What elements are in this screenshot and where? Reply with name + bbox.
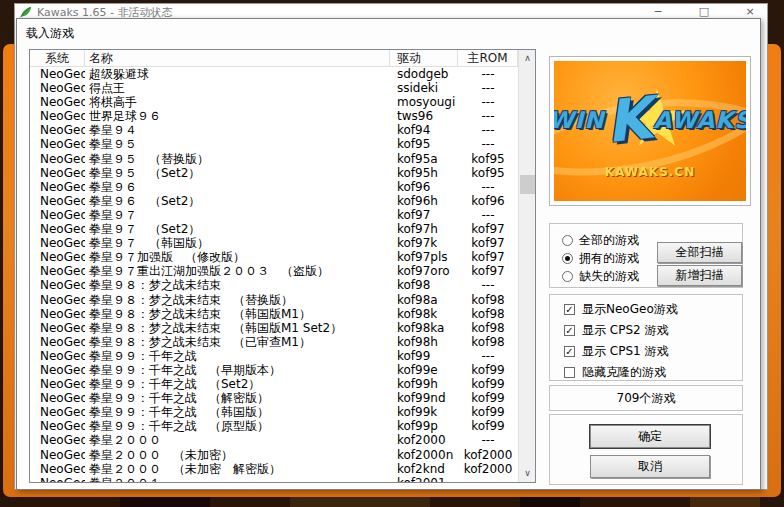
cell-system: NeoGeo — [30, 476, 85, 482]
wallpaper-patch — [520, 497, 580, 507]
game-row[interactable]: NeoGeo 拳皇２０００ （未加密） kof2000n kof2000 — [30, 448, 518, 462]
game-row[interactable]: NeoGeo 超级躲避球 sdodgeb --- — [30, 67, 518, 81]
game-row[interactable]: NeoGeo 拳皇９５ （Set2） kof95h kof95 — [30, 166, 518, 180]
game-row[interactable]: NeoGeo 拳皇９５ kof95 --- — [30, 137, 518, 151]
column-header-system[interactable]: 系统 — [30, 50, 85, 66]
game-row[interactable]: NeoGeo 拳皇２００１ kof2001 --- — [30, 476, 518, 482]
cell-system: NeoGeo — [30, 462, 85, 476]
display-checkbox[interactable]: 隐藏克隆的游戏 — [564, 365, 666, 379]
cell-system: NeoGeo — [30, 419, 85, 433]
game-row[interactable]: NeoGeo 拳皇９９：千年之战 （原型版） kof99p kof99 — [30, 419, 518, 433]
game-row[interactable]: NeoGeo 拳皇９７ （Set2） kof97h kof97 — [30, 222, 518, 236]
game-row[interactable]: NeoGeo 拳皇９８：梦之战未结束 （替换版） kof98a kof98 — [30, 293, 518, 307]
game-row[interactable]: NeoGeo 拳皇９９：千年之战 kof99 --- — [30, 349, 518, 363]
radio-icon[interactable] — [562, 253, 573, 264]
logo-site-url: KAWAKS.CN — [554, 165, 746, 179]
checkbox-icon[interactable]: ✓ — [564, 346, 575, 357]
cell-mainrom: kof98 — [458, 335, 518, 349]
radio-icon[interactable] — [562, 235, 573, 246]
game-row[interactable]: NeoGeo 世界足球９６ tws96 --- — [30, 109, 518, 123]
cancel-button[interactable]: 取消 — [590, 455, 710, 478]
cell-system: NeoGeo — [30, 391, 85, 405]
radio-label: 拥有的游戏 — [579, 250, 639, 267]
game-row[interactable]: NeoGeo 拳皇９７重出江湖加强版２００３ （盗版） kof97oro kof… — [30, 264, 518, 278]
game-row[interactable]: NeoGeo 拳皇９９：千年之战 （解密版） kof99nd kof99 — [30, 391, 518, 405]
cell-driver: kof96 — [390, 180, 458, 194]
game-row[interactable]: NeoGeo 拳皇９８：梦之战未结束 （韩国版M1 Set2） kof98ka … — [30, 321, 518, 335]
display-checkbox[interactable]: ✓ 显示 CPS2 游戏 — [564, 323, 669, 337]
cell-mainrom: kof97 — [458, 250, 518, 264]
checkbox-icon[interactable]: ✓ — [564, 304, 575, 315]
game-row[interactable]: NeoGeo 将棋高手 mosyougi --- — [30, 95, 518, 109]
filter-radio[interactable]: 缺失的游戏 — [562, 269, 639, 283]
game-row[interactable]: NeoGeo 拳皇９４ kof94 --- — [30, 123, 518, 137]
filter-radio[interactable]: 拥有的游戏 — [562, 251, 639, 265]
cell-name: 得点王 — [85, 81, 390, 95]
game-row[interactable]: NeoGeo 拳皇９９：千年之战 （韩国版） kof99k kof99 — [30, 405, 518, 419]
cell-system: NeoGeo — [30, 180, 85, 194]
wallpaper-patch — [120, 497, 210, 507]
checkbox-icon[interactable]: ✓ — [564, 325, 575, 336]
scroll-down-icon[interactable]: ∨ — [519, 465, 536, 482]
dialog-title: 载入游戏 — [26, 25, 74, 42]
game-row[interactable]: NeoGeo 拳皇９７ kof97 --- — [30, 208, 518, 222]
wallpaper-wood-strip — [0, 497, 784, 507]
maximize-icon[interactable]: □ — [695, 5, 713, 19]
minimize-icon[interactable]: ─ — [649, 5, 667, 19]
logo-word-win: WIN — [554, 107, 604, 133]
game-row[interactable]: NeoGeo 拳皇９７加强版 （修改版） kof97pls kof97 — [30, 250, 518, 264]
game-row[interactable]: NeoGeo 拳皇９５ （替换版） kof95a kof95 — [30, 152, 518, 166]
column-header-driver[interactable]: 驱动 — [390, 50, 458, 66]
game-row[interactable]: NeoGeo 得点王 ssideki --- — [30, 81, 518, 95]
cell-name: 拳皇２０００ （未加密 解密版） — [85, 462, 390, 476]
ok-button[interactable]: 确定 — [590, 425, 710, 448]
cell-mainrom: --- — [458, 137, 518, 151]
checkbox-label: 隐藏克隆的游戏 — [582, 364, 666, 381]
cell-driver: kof2000n — [390, 448, 458, 462]
winkawaks-logo: WIN K AWAKS KAWAKS.CN — [554, 61, 746, 201]
cell-driver: kof96h — [390, 194, 458, 208]
game-row[interactable]: NeoGeo 拳皇９８：梦之战未结束 kof98 --- — [30, 278, 518, 292]
game-row[interactable]: NeoGeo 拳皇９８：梦之战未结束 （韩国版M1） kof98k kof98 — [30, 307, 518, 321]
cell-mainrom: --- — [458, 278, 518, 292]
cell-name: 拳皇９４ — [85, 123, 390, 137]
scan-all-button[interactable]: 全部扫描 — [657, 242, 742, 263]
game-filter-radiogroup: 全部扫描 新增扫描 全部的游戏 拥有的游戏 缺失的游戏 — [549, 223, 743, 288]
cell-system: NeoGeo — [30, 194, 85, 208]
cell-name: 拳皇９９：千年之战 — [85, 349, 390, 363]
cell-system: NeoGeo — [30, 405, 85, 419]
scan-new-button[interactable]: 新增扫描 — [657, 265, 742, 286]
cell-system: NeoGeo — [30, 236, 85, 250]
column-header-name[interactable]: 名称 — [85, 50, 390, 66]
scrollbar-thumb[interactable] — [520, 175, 535, 194]
display-checkbox[interactable]: ✓ 显示 CPS1 游戏 — [564, 344, 669, 358]
cell-mainrom: kof96 — [458, 194, 518, 208]
cell-driver: kof2000 — [390, 433, 458, 447]
game-row[interactable]: NeoGeo 拳皇２０００ kof2000 --- — [30, 433, 518, 447]
game-row[interactable]: NeoGeo 拳皇２０００ （未加密 解密版） kof2knd kof2000 — [30, 462, 518, 476]
cell-name: 拳皇２００１ — [85, 476, 390, 482]
filter-radio[interactable]: 全部的游戏 — [562, 233, 639, 247]
cell-system: NeoGeo — [30, 250, 85, 264]
checkbox-icon[interactable] — [564, 367, 575, 378]
cell-name: 拳皇９７加强版 （修改版） — [85, 250, 390, 264]
display-checkbox[interactable]: ✓ 显示NeoGeo游戏 — [564, 302, 678, 316]
game-row[interactable]: NeoGeo 拳皇９７ （韩国版） kof97k kof97 — [30, 236, 518, 250]
game-row[interactable]: NeoGeo 拳皇９６ （Set2） kof96h kof96 — [30, 194, 518, 208]
column-header-mainrom[interactable]: 主ROM — [458, 50, 518, 66]
game-row[interactable]: NeoGeo 拳皇９６ kof96 --- — [30, 180, 518, 194]
cell-mainrom: --- — [458, 433, 518, 447]
game-row[interactable]: NeoGeo 拳皇９９：千年之战 （早期版本） kof99e kof99 — [30, 363, 518, 377]
cell-name: 拳皇９７ （韩国版） — [85, 236, 390, 250]
scroll-up-icon[interactable]: ∧ — [519, 50, 536, 67]
cell-name: 拳皇９９：千年之战 （Set2） — [85, 377, 390, 391]
close-icon[interactable]: × — [741, 5, 759, 19]
cell-driver: tws96 — [390, 109, 458, 123]
game-row[interactable]: NeoGeo 拳皇９８：梦之战未结束 （已审查M1） kof98h kof98 — [30, 335, 518, 349]
cell-system: NeoGeo — [30, 264, 85, 278]
game-row[interactable]: NeoGeo 拳皇９９：千年之战 （Set2） kof99h kof99 — [30, 377, 518, 391]
cell-mainrom: kof98 — [458, 307, 518, 321]
radio-icon[interactable] — [562, 271, 573, 282]
cell-driver: kof98 — [390, 278, 458, 292]
list-scrollbar[interactable]: ∧ ∨ — [518, 50, 535, 482]
